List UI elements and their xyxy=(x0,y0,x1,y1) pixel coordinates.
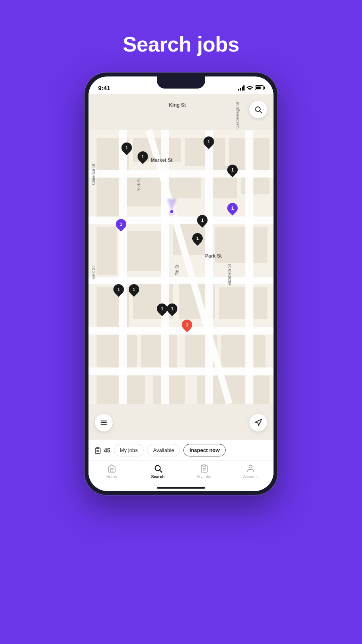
inspect-now-chip[interactable]: Inspect now xyxy=(183,444,226,456)
status-time: 9:41 xyxy=(98,85,110,91)
signal-icon xyxy=(238,85,245,91)
jobs-count-number: 45 xyxy=(104,447,111,454)
nav-account-icon xyxy=(246,464,255,473)
svg-line-36 xyxy=(260,111,262,113)
svg-marker-40 xyxy=(255,419,262,426)
list-icon xyxy=(100,419,108,427)
nav-home[interactable]: Home xyxy=(100,464,124,479)
svg-rect-6 xyxy=(125,174,161,206)
phone-frame: 9:41 xyxy=(84,72,278,495)
available-chip[interactable]: Available xyxy=(147,444,180,456)
svg-line-45 xyxy=(160,470,162,472)
map-search-button[interactable] xyxy=(249,101,267,118)
search-icon xyxy=(254,105,262,114)
nav-search[interactable]: Search xyxy=(146,464,170,479)
svg-rect-11 xyxy=(121,231,165,271)
nav-account[interactable]: Account xyxy=(239,464,263,479)
nav-myjobs-icon xyxy=(200,464,209,473)
svg-rect-5 xyxy=(97,178,121,219)
svg-rect-46 xyxy=(203,465,206,466)
map-area[interactable]: Market St Park St Clarence St York St Ke… xyxy=(88,94,274,440)
nav-home-label: Home xyxy=(106,475,117,479)
home-icon xyxy=(107,464,116,473)
svg-rect-30 xyxy=(119,130,127,404)
my-jobs-chip[interactable]: My jobs xyxy=(114,444,144,456)
status-icons xyxy=(238,85,264,91)
page-title: Search jobs xyxy=(123,32,239,56)
svg-rect-17 xyxy=(219,287,267,319)
svg-point-49 xyxy=(249,465,252,468)
nav-myjobs[interactable]: My jobs xyxy=(192,464,216,479)
svg-rect-41 xyxy=(97,447,99,448)
filter-bar: 45 My jobs Available Inspect now xyxy=(88,440,274,460)
nav-search-label: Search xyxy=(151,475,165,479)
nav-search-icon xyxy=(154,464,162,473)
home-indicator xyxy=(157,487,205,489)
battery-icon xyxy=(255,85,264,90)
jobs-count: 45 xyxy=(94,446,111,454)
svg-rect-19 xyxy=(141,335,177,367)
map-list-button[interactable] xyxy=(95,414,113,431)
svg-rect-32 xyxy=(205,130,213,404)
nav-myjobs-label: My jobs xyxy=(197,475,211,479)
nav-account-label: Account xyxy=(243,475,257,479)
bottom-nav: Home Search My jobs xyxy=(88,460,274,487)
svg-rect-33 xyxy=(245,130,253,404)
location-icon xyxy=(254,419,262,427)
notch xyxy=(157,76,205,89)
clipboard-icon xyxy=(94,446,101,454)
map-background xyxy=(88,94,274,440)
svg-rect-18 xyxy=(97,335,137,367)
svg-rect-10 xyxy=(97,227,117,275)
phone-screen: 9:41 xyxy=(88,76,274,491)
user-location-pin xyxy=(167,199,177,214)
svg-rect-21 xyxy=(221,335,265,367)
svg-rect-13 xyxy=(215,227,267,263)
wifi-icon xyxy=(247,85,253,90)
map-location-button[interactable] xyxy=(249,414,267,431)
